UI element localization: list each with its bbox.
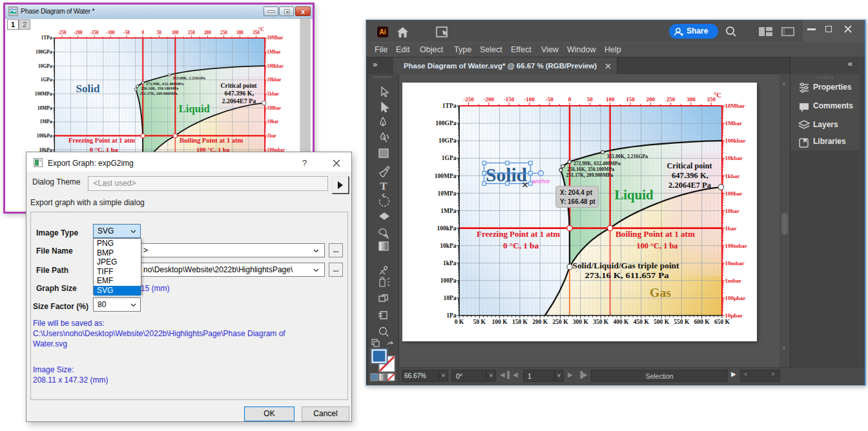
svg-text:anchor: anchor	[532, 178, 550, 185]
svg-text:X: 204.4 pt: X: 204.4 pt	[560, 189, 593, 196]
svg-text:Solid: Solid	[76, 83, 100, 95]
svg-text:Y: 166.48 pt: Y: 166.48 pt	[560, 198, 596, 205]
svg-text:T: T	[380, 180, 388, 192]
